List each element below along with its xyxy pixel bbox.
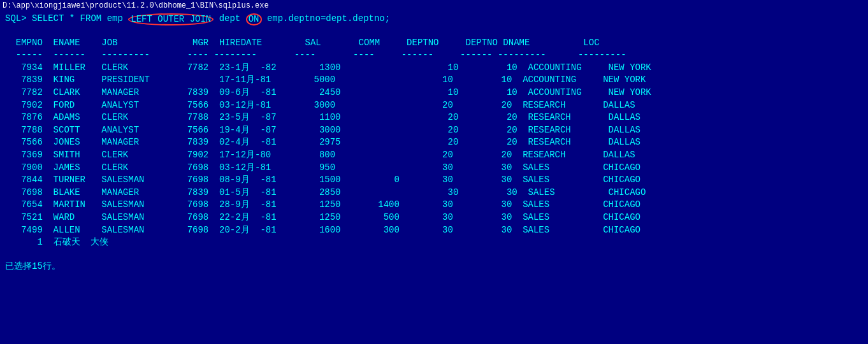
title-bar: D:\app\xiongjiawei\product\11.2.0\dbhome… (0, 0, 868, 11)
data-rows: 7934 MILLER CLERK 7782 23-1月 -82 1300 10… (0, 62, 868, 249)
status-line: 已选择15行。 (0, 261, 868, 273)
terminal: SQL> SELECT * FROM emp LEFT OUTER JOIN d… (0, 11, 868, 273)
table-row: 7499 ALLEN SALESMAN 7698 20-2月 -81 1600 … (0, 224, 868, 237)
table-row: 7934 MILLER CLERK 7782 23-1月 -82 1300 10… (0, 62, 868, 75)
table-row: 7876 ADAMS CLERK 7788 23-5月 -87 1100 20 … (0, 111, 868, 124)
table-row: 7654 MARTIN SALESMAN 7698 28-9月 -81 1250… (0, 199, 868, 211)
table-row: 7788 SCOTT ANALYST 7566 19-4月 -87 3000 2… (0, 124, 868, 137)
table-row: 7698 BLAKE MANAGER 7839 01-5月 -81 2850 3… (0, 187, 868, 199)
sql-end: emp.deptno=dept.deptno; (262, 13, 391, 24)
left-outer-join-highlight: LEFT OUTER JOIN (128, 13, 213, 25)
table-row: 1 石破天 大侠 (0, 236, 868, 249)
column-headers: EMPNO ENAME JOB MGR HIREDATE SAL COMM DE… (0, 37, 868, 50)
on-highlight: ON (246, 13, 262, 25)
table-row: 7844 TURNER SALESMAN 7698 08-9月 -81 1500… (0, 174, 868, 187)
table-row: 7902 FORD ANALYST 7566 03-12月-81 3000 20… (0, 99, 868, 112)
sql-prompt: SQL> SELECT * FROM emp (5, 13, 128, 24)
table-row: 7521 WARD SALESMAN 7698 22-2月 -81 1250 5… (0, 211, 868, 224)
table-row: 7900 JAMES CLERK 7698 03-12月-81 950 30 3… (0, 162, 868, 175)
table-row: 7782 CLARK MANAGER 7839 09-6月 -81 2450 1… (0, 87, 868, 99)
table-row: 7566 JONES MANAGER 7839 02-4月 -81 2975 2… (0, 136, 868, 149)
title-text: D:\app\xiongjiawei\product\11.2.0\dbhome… (3, 1, 269, 10)
table-row: 7369 SMITH CLERK 7902 17-12月-80 800 20 2… (0, 149, 868, 162)
sql-dept: dept (213, 13, 245, 24)
column-dividers: ----- ------ --------- ---- -------- ---… (0, 49, 868, 62)
sql-statement: SQL> SELECT * FROM emp LEFT OUTER JOIN d… (0, 13, 868, 25)
table-row: 7839 KING PRESIDENT 17-11月-81 5000 10 10… (0, 74, 868, 87)
